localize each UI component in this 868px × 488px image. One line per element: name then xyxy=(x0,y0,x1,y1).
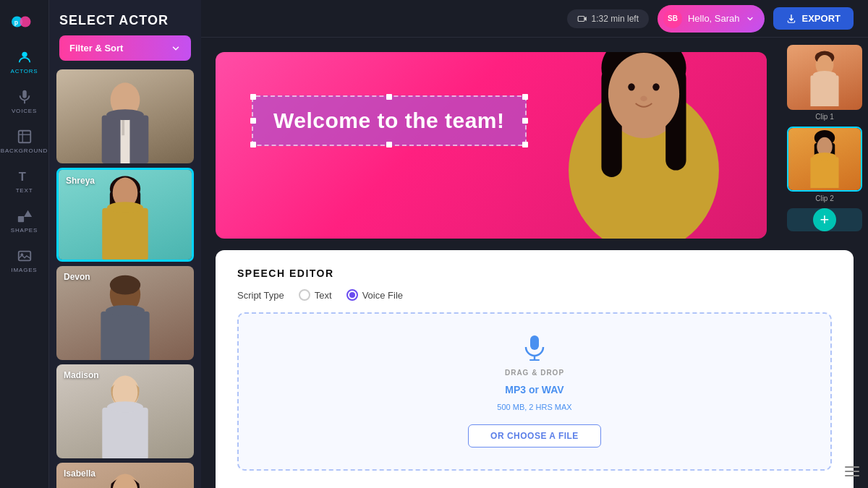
choose-file-button[interactable]: OR CHOOSE A FILE xyxy=(468,424,601,448)
svg-rect-38 xyxy=(578,16,584,21)
svg-rect-28 xyxy=(101,312,149,360)
actors-panel: SELECT ACTOR Filter & Sort Shreya xyxy=(49,0,201,488)
export-button[interactable]: EXPORT xyxy=(773,7,854,30)
top-bar: 1:32 min left SB Hello, Sarah EXPORT xyxy=(201,0,868,38)
main-area: 1:32 min left SB Hello, Sarah EXPORT xyxy=(201,0,868,488)
logo-area: p xyxy=(0,7,48,42)
user-name: Hello, Sarah xyxy=(688,13,740,24)
svg-rect-65 xyxy=(845,471,859,472)
sidebar-item-background[interactable]: BACKGROUND xyxy=(4,121,45,161)
user-menu[interactable]: SB Hello, Sarah xyxy=(658,5,765,33)
svg-rect-66 xyxy=(845,475,859,476)
canvas-area: Welcome to the team! xyxy=(201,38,781,239)
svg-point-48 xyxy=(640,96,647,102)
svg-rect-32 xyxy=(102,408,148,458)
camera-icon xyxy=(577,14,587,24)
clip-1-thumbnail xyxy=(787,45,862,110)
svg-rect-59 xyxy=(810,157,838,188)
sidebar-item-text[interactable]: T TEXT xyxy=(4,161,45,201)
svg-point-33 xyxy=(107,401,143,412)
svg-point-3 xyxy=(22,52,27,57)
actor-name-madison: Madison xyxy=(64,370,99,380)
avatar: SB xyxy=(663,9,682,28)
handle-tm[interactable] xyxy=(386,94,392,100)
sidebar-item-images[interactable]: IMAGES xyxy=(4,241,45,281)
actor-card-1[interactable] xyxy=(56,69,194,163)
svg-point-60 xyxy=(813,153,836,160)
handle-bl[interactable] xyxy=(250,142,256,147)
handle-tl[interactable] xyxy=(250,94,256,100)
svg-point-29 xyxy=(106,305,145,316)
svg-point-46 xyxy=(628,83,634,90)
drop-zone[interactable]: DRAG & DROP MP3 or WAV 500 MB, 2 HRS MAX… xyxy=(237,312,832,471)
clip-2-thumbnail xyxy=(788,128,861,190)
actor-card-devon[interactable]: Devon xyxy=(56,266,194,360)
logo-icon: p xyxy=(12,13,38,30)
svg-rect-24 xyxy=(102,208,148,260)
add-clip-button[interactable]: + xyxy=(787,208,862,231)
clip-card-1[interactable] xyxy=(787,45,862,110)
sidebar-item-voices[interactable]: VOICES xyxy=(4,82,45,121)
radio-voice-label: Voice File xyxy=(362,290,403,301)
svg-point-18 xyxy=(106,109,144,120)
script-type-row: Script Type Text Voice File xyxy=(237,289,832,301)
sidebar-nav: p ACTORS VOICES BACKGROUND T T xyxy=(0,0,49,488)
filter-sort-button[interactable]: Filter & Sort xyxy=(59,35,191,61)
actor-canvas-preview xyxy=(521,52,767,239)
clip-1-container: Clip 1 xyxy=(787,45,862,121)
sidebar-item-text-label: TEXT xyxy=(16,187,33,194)
canvas-text: Welcome to the team! xyxy=(273,108,505,133)
page-title: SELECT ACTOR xyxy=(49,0,201,35)
hamburger-menu[interactable] xyxy=(845,466,859,479)
actors-list: Shreya Devon xyxy=(49,69,201,488)
file-types-label: MP3 or WAV xyxy=(505,384,563,395)
svg-point-47 xyxy=(652,83,659,90)
video-canvas[interactable]: Welcome to the team! xyxy=(216,52,767,239)
actor-card-isabella[interactable]: Isabella xyxy=(56,463,194,488)
radio-voice-option[interactable]: Voice File xyxy=(346,289,403,301)
clip-card-2[interactable] xyxy=(787,127,862,192)
clip-2-label: Clip 2 xyxy=(787,194,862,202)
sidebar-item-actors-label: ACTORS xyxy=(11,68,38,74)
svg-rect-4 xyxy=(22,90,27,98)
sidebar-item-shapes[interactable]: SHAPES xyxy=(4,201,45,241)
clip-2-container: Clip 2 xyxy=(787,127,862,202)
actor-name-isabella: Isabella xyxy=(64,468,95,479)
add-clip-icon: + xyxy=(813,208,836,231)
time-badge: 1:32 min left xyxy=(567,9,649,28)
chevron-down-icon xyxy=(746,14,754,23)
radio-text-circle[interactable] xyxy=(299,289,310,301)
handle-bm[interactable] xyxy=(386,142,392,147)
sidebar-item-voices-label: VOICES xyxy=(12,108,37,114)
sidebar-item-images-label: IMAGES xyxy=(12,267,38,273)
script-type-label: Script Type xyxy=(237,290,284,301)
svg-point-25 xyxy=(107,202,143,213)
export-label: EXPORT xyxy=(802,13,841,24)
svg-rect-10 xyxy=(17,216,23,222)
svg-text:p: p xyxy=(14,19,17,26)
sidebar-item-background-label: BACKGROUND xyxy=(1,147,48,154)
hamburger-icon xyxy=(845,466,859,476)
constraints-label: 500 MB, 2 HRS MAX xyxy=(497,403,571,411)
svg-text:T: T xyxy=(18,170,26,183)
chevron-down-icon xyxy=(171,43,181,53)
handle-lm[interactable] xyxy=(250,118,256,124)
time-left-text: 1:32 min left xyxy=(592,14,639,24)
svg-point-27 xyxy=(110,275,140,295)
svg-rect-52 xyxy=(810,75,838,106)
svg-rect-6 xyxy=(18,131,30,143)
sidebar-item-shapes-label: SHAPES xyxy=(11,227,38,234)
text-overlay-box[interactable]: Welcome to the team! xyxy=(252,95,527,146)
sidebar-item-actors[interactable]: ACTORS xyxy=(4,42,45,82)
drag-drop-label: DRAG & DROP xyxy=(505,369,564,377)
actor-name-shreya: Shreya xyxy=(66,176,95,186)
radio-text-option[interactable]: Text xyxy=(299,289,332,301)
user-initials: SB xyxy=(668,14,678,22)
radio-voice-circle[interactable] xyxy=(346,289,358,301)
clips-panel: Clip 1 xyxy=(781,38,868,239)
svg-marker-11 xyxy=(24,210,32,217)
actor-card-shreya[interactable]: Shreya xyxy=(56,168,194,262)
clip-1-label: Clip 1 xyxy=(787,113,862,121)
svg-point-53 xyxy=(813,71,836,79)
actor-card-madison[interactable]: Madison xyxy=(56,364,194,458)
